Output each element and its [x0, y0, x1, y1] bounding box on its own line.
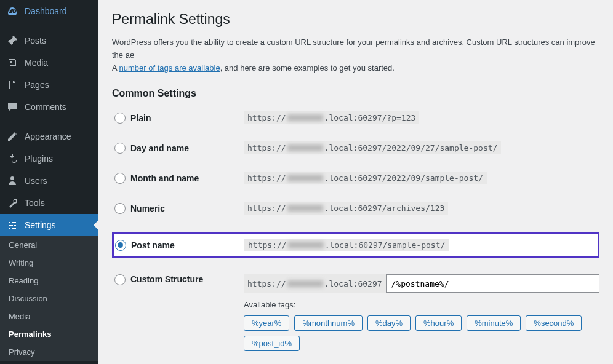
- option-label[interactable]: Month and name: [130, 173, 244, 183]
- menu-label: Settings: [25, 220, 56, 230]
- media-icon: [6, 57, 18, 69]
- section-title: Common Settings: [112, 88, 599, 99]
- option-label[interactable]: Day and name: [130, 143, 244, 153]
- menu-tools[interactable]: Tools: [0, 192, 98, 214]
- page-description: WordPress offers you the ability to crea…: [112, 36, 599, 74]
- tools-icon: [6, 197, 18, 209]
- menu-separator: [0, 22, 98, 30]
- option-custom: Custom Structure https://.local:60297 Av…: [112, 274, 599, 351]
- radio-plain[interactable]: [114, 113, 126, 124]
- menu-posts[interactable]: Posts: [0, 30, 98, 52]
- option-day-name: Day and name https://.local:60297/2022/0…: [112, 141, 599, 154]
- tag-second[interactable]: %second%: [526, 315, 582, 331]
- menu-settings[interactable]: Settings: [0, 214, 98, 236]
- radio-post-name[interactable]: [115, 240, 126, 251]
- menu-label: Plugins: [25, 154, 53, 164]
- dashboard-icon: [6, 5, 18, 17]
- menu-label: Posts: [25, 36, 46, 46]
- radio-month-name[interactable]: [114, 173, 126, 184]
- submenu-writing[interactable]: Writing: [0, 254, 98, 272]
- option-month-name: Month and name https://.local:60297/2022…: [112, 172, 599, 184]
- menu-label: Appearance: [25, 132, 71, 141]
- custom-structure-input[interactable]: [386, 274, 599, 293]
- available-tags-label: Available tags:: [244, 300, 295, 309]
- submenu-privacy[interactable]: Privacy: [0, 343, 98, 361]
- tags-link[interactable]: number of tags are available: [119, 63, 220, 73]
- settings-submenu: General Writing Reading Discussion Media…: [0, 236, 98, 361]
- desc-text: WordPress offers you the ability to crea…: [112, 38, 595, 60]
- tag-day[interactable]: %day%: [367, 315, 411, 331]
- appearance-icon: [6, 130, 18, 143]
- option-label[interactable]: Numeric: [130, 204, 244, 213]
- option-label[interactable]: Custom Structure: [130, 274, 244, 284]
- settings-icon: [6, 219, 18, 231]
- menu-media[interactable]: Media: [0, 52, 98, 74]
- admin-sidebar: Dashboard Posts Media Pages Comments App…: [0, 0, 98, 364]
- example-url: https://.local:60297/2022/09/sample-post…: [244, 172, 487, 184]
- tag-hour[interactable]: %hour%: [415, 315, 462, 331]
- submenu-reading[interactable]: Reading: [0, 272, 98, 290]
- submenu-media[interactable]: Media: [0, 307, 98, 325]
- menu-label: Media: [25, 58, 48, 68]
- plugins-icon: [6, 152, 18, 165]
- desc-text-2b: , and here are some examples to get you …: [220, 63, 395, 73]
- example-url: https://.local:60297/sample-post/: [244, 239, 449, 251]
- submenu-discussion[interactable]: Discussion: [0, 290, 98, 307]
- tag-monthnum[interactable]: %monthnum%: [294, 315, 363, 331]
- example-url: https://.local:60297/archives/123: [244, 202, 448, 215]
- custom-url-prefix: https://.local:60297: [244, 274, 386, 293]
- users-icon: [6, 175, 18, 187]
- menu-separator: [0, 118, 98, 125]
- desc-text-2a: A: [112, 63, 119, 73]
- submenu-general[interactable]: General: [0, 236, 98, 254]
- tag-minute[interactable]: %minute%: [467, 315, 521, 331]
- menu-label: Users: [25, 176, 47, 186]
- pages-icon: [6, 79, 18, 91]
- example-url: https://.local:60297/?p=123: [244, 111, 419, 124]
- highlighted-option: Post name https://.local:60297/sample-po…: [112, 232, 599, 258]
- tag-buttons: %year% %monthnum% %day% %hour% %minute% …: [244, 315, 599, 351]
- menu-label: Dashboard: [25, 6, 67, 16]
- option-label[interactable]: Plain: [130, 113, 244, 123]
- page-title: Permalink Settings: [112, 11, 599, 28]
- submenu-permalinks[interactable]: Permalinks: [0, 325, 98, 343]
- menu-dashboard[interactable]: Dashboard: [0, 0, 98, 22]
- radio-custom[interactable]: [114, 274, 126, 285]
- menu-label: Pages: [25, 80, 49, 90]
- tag-year[interactable]: %year%: [244, 315, 289, 331]
- option-numeric: Numeric https://.local:60297/archives/12…: [112, 202, 599, 215]
- menu-label: Comments: [25, 102, 66, 112]
- menu-appearance[interactable]: Appearance: [0, 125, 98, 148]
- option-label[interactable]: Post name: [131, 240, 244, 250]
- comments-icon: [6, 101, 18, 113]
- example-url: https://.local:60297/2022/09/27/sample-p…: [244, 141, 501, 154]
- tag-post-id[interactable]: %post_id%: [244, 336, 300, 351]
- pin-icon: [6, 34, 18, 47]
- menu-comments[interactable]: Comments: [0, 96, 98, 118]
- menu-plugins[interactable]: Plugins: [0, 148, 98, 170]
- radio-day-name[interactable]: [114, 143, 126, 154]
- menu-label: Tools: [25, 198, 45, 208]
- menu-pages[interactable]: Pages: [0, 74, 98, 96]
- menu-users[interactable]: Users: [0, 170, 98, 192]
- main-content: Permalink Settings WordPress offers you …: [98, 0, 613, 364]
- radio-numeric[interactable]: [114, 203, 126, 214]
- option-plain: Plain https://.local:60297/?p=123: [112, 111, 599, 124]
